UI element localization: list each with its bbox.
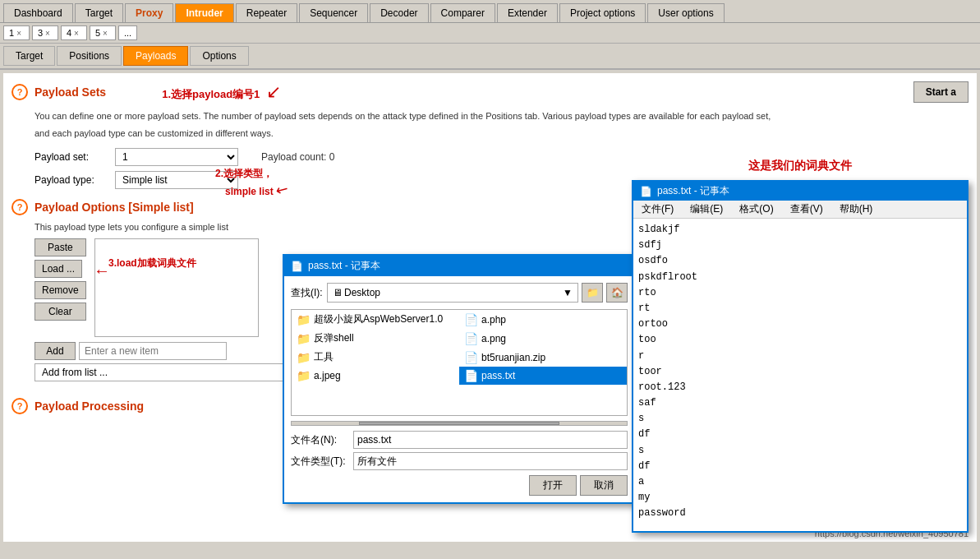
notepad-menu-file[interactable]: 文件(F): [633, 201, 682, 218]
file-item-6[interactable]: 📄 a.png: [459, 329, 627, 348]
notepad-menu-edit[interactable]: 编辑(E): [682, 201, 731, 218]
file-item-1[interactable]: 📁 超级小旋风AspWebServer1.0: [292, 310, 459, 329]
annotation-1-container: 1.选择payload编号1 ↙: [162, 81, 281, 103]
notepad-menu-format[interactable]: 格式(O): [731, 201, 781, 218]
payload-set-select[interactable]: 1 2: [115, 148, 238, 166]
notepad-annotation-text: 这是我们的词典文件: [748, 159, 852, 172]
tab-user-options[interactable]: User options: [647, 3, 724, 22]
start-attack-button[interactable]: Start a: [913, 81, 968, 103]
file-item-2[interactable]: 📁 反弹shell: [292, 329, 459, 348]
main-content-area: Start a ? Payload Sets 1.选择payload编号1 ↙ …: [3, 73, 977, 542]
file-item-4[interactable]: 📁 a.jpeg: [292, 367, 459, 385]
dialog-filetype-input[interactable]: [353, 452, 628, 470]
notepad-menu-help[interactable]: 帮助(H): [831, 201, 881, 218]
payload-set-label: Payload set:: [35, 151, 108, 163]
tab-dashboard[interactable]: Dashboard: [3, 3, 73, 22]
payload-options-icon: ?: [12, 199, 28, 215]
close-tab-5[interactable]: ×: [103, 29, 108, 38]
file-item-7[interactable]: 📄 bt5ruanjian.zip: [459, 348, 627, 367]
add-button[interactable]: Add: [35, 342, 76, 360]
file-item-5-label: a.php: [481, 314, 506, 326]
payload-options-title: Payload Options [Simple list]: [35, 201, 194, 214]
file-item-5[interactable]: 📄 a.php: [459, 310, 627, 329]
payload-sets-title: Payload Sets: [35, 85, 106, 99]
number-tab-1[interactable]: 1×: [3, 25, 30, 40]
add-from-list-select[interactable]: Add from list ...: [35, 363, 314, 381]
folder-icon-3: 📁: [297, 351, 311, 364]
load-button-wrapper: Load ... 3.load加载词典文件 ←: [35, 260, 86, 278]
file-list-grid: 📁 超级小旋风AspWebServer1.0 📄 a.php 📁 反弹shell…: [292, 310, 627, 385]
dialog-open-button[interactable]: 打开: [529, 475, 577, 496]
sub-tab-positions[interactable]: Positions: [57, 46, 122, 66]
dialog-scrollbar-thumb[interactable]: [359, 422, 560, 425]
more-tabs-button[interactable]: ...: [118, 25, 137, 40]
clear-button[interactable]: Clear: [35, 303, 86, 321]
file-item-4-label: a.jpeg: [314, 370, 341, 381]
file-dialog-titlebar-icon: 📄: [291, 261, 303, 272]
notepad-window: 📄 pass.txt - 记事本 文件(F) 编辑(E) 格式(O) 查看(V)…: [632, 180, 968, 533]
notepad-menu-view[interactable]: 查看(V): [782, 201, 831, 218]
number-tabs-row: 1× 3× 4× 5× ...: [0, 23, 980, 44]
sub-tab-options[interactable]: Options: [190, 46, 248, 66]
sub-tab-payloads[interactable]: Payloads: [123, 46, 188, 66]
payload-type-label: Payload type:: [35, 174, 108, 186]
tab-proxy[interactable]: Proxy: [125, 3, 173, 22]
file-icon-6: 📄: [464, 332, 478, 345]
payload-sets-desc1: You can define one or more payload sets.…: [35, 109, 968, 123]
file-item-8[interactable]: 📄 pass.txt: [459, 367, 627, 385]
annotation-2-text: 2.选择类型，: [215, 168, 273, 179]
annotation-1-text: 1.选择payload编号1: [162, 88, 260, 100]
dialog-filename-label: 文件名(N):: [291, 433, 348, 447]
dialog-search-label: 查找(I):: [291, 286, 324, 300]
dialog-path-text: Desktop: [344, 287, 380, 298]
dialog-filetype-label: 文件类型(T):: [291, 455, 348, 469]
notepad-menubar: 文件(F) 编辑(E) 格式(O) 查看(V) 帮助(H): [633, 201, 967, 219]
dialog-nav-btn-2[interactable]: 🏠: [606, 283, 628, 303]
payload-sets-icon: ?: [12, 84, 28, 100]
tab-intruder[interactable]: Intruder: [175, 3, 233, 22]
dialog-cancel-button[interactable]: 取消: [580, 475, 628, 496]
dialog-scrollbar[interactable]: [291, 421, 628, 426]
folder-icon-4: 📁: [297, 369, 311, 382]
file-item-3-label: 工具: [314, 350, 334, 364]
file-list: 📁 超级小旋风AspWebServer1.0 📄 a.php 📁 反弹shell…: [291, 309, 628, 416]
close-tab-3[interactable]: ×: [45, 29, 50, 38]
notepad-title: pass.txt - 记事本: [657, 184, 729, 198]
tab-comparer[interactable]: Comparer: [430, 3, 495, 22]
annotation-3-text: 3.load加载词典文件: [108, 256, 196, 270]
file-item-7-label: bt5ruanjian.zip: [481, 352, 545, 363]
close-tab-4[interactable]: ×: [74, 29, 79, 38]
load-button[interactable]: Load ...: [35, 260, 82, 278]
dialog-filename-input[interactable]: [353, 431, 628, 449]
tab-target[interactable]: Target: [75, 3, 123, 22]
payload-action-buttons: Paste Load ... 3.load加载词典文件 ← Remove Cle…: [35, 238, 86, 337]
number-tab-4[interactable]: 4×: [61, 25, 87, 40]
arrow-down-1: ↙: [266, 81, 281, 102]
remove-button[interactable]: Remove: [35, 281, 86, 299]
tab-sequencer[interactable]: Sequencer: [299, 3, 368, 22]
tab-decoder[interactable]: Decoder: [370, 3, 428, 22]
file-item-8-label: pass.txt: [481, 370, 515, 381]
payload-list-box: [94, 238, 259, 337]
payload-count-label: Payload count: 0: [261, 151, 334, 163]
sub-tab-target[interactable]: Target: [3, 46, 55, 66]
dialog-nav-btn-1[interactable]: 📁: [582, 283, 603, 303]
tab-repeater[interactable]: Repeater: [236, 3, 297, 22]
close-tab-1[interactable]: ×: [16, 29, 21, 38]
file-icon-5: 📄: [464, 313, 478, 326]
file-dialog: 📄 pass.txt - 记事本 查找(I): 🖥 Desktop ▼ 📁 🏠 …: [283, 254, 636, 504]
folder-icon-1: 📁: [297, 313, 311, 326]
tab-project-options[interactable]: Project options: [559, 3, 646, 22]
new-item-input[interactable]: [79, 342, 227, 360]
file-item-2-label: 反弹shell: [314, 331, 354, 345]
sub-tabs-row: Target Positions Payloads Options: [0, 44, 980, 70]
paste-button[interactable]: Paste: [35, 238, 86, 256]
file-item-3[interactable]: 📁 工具: [292, 348, 459, 367]
tab-extender[interactable]: Extender: [497, 3, 558, 22]
dialog-path-dropdown[interactable]: ▼: [563, 287, 573, 298]
file-item-1-label: 超级小旋风AspWebServer1.0: [314, 312, 443, 326]
number-tab-5[interactable]: 5×: [90, 25, 116, 40]
dialog-path-display[interactable]: 🖥 Desktop ▼: [327, 283, 578, 303]
processing-icon: ?: [12, 398, 28, 414]
number-tab-3[interactable]: 3×: [32, 25, 58, 40]
